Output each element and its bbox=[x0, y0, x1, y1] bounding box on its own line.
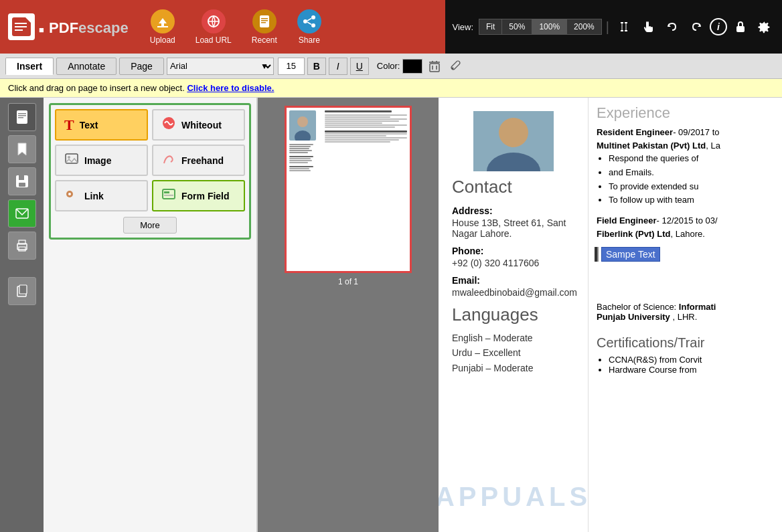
cert2: Hardware Course from bbox=[609, 365, 774, 375]
more-button[interactable]: More bbox=[123, 217, 177, 234]
svg-rect-40 bbox=[19, 285, 27, 294]
underline-button[interactable]: U bbox=[350, 58, 369, 75]
svg-rect-33 bbox=[19, 175, 24, 180]
tab-insert[interactable]: Insert bbox=[5, 58, 54, 75]
lang-section: Languages English – Moderate Urdu – Exce… bbox=[452, 304, 574, 375]
exp1-location: , La bbox=[706, 141, 720, 151]
exp1-company: Multinet Pakistan (Pvt) Ltd bbox=[597, 141, 706, 151]
share-label: Share bbox=[299, 35, 320, 45]
zoom-100-button[interactable]: 100% bbox=[532, 19, 567, 34]
exp2-title: Field Engineer bbox=[597, 215, 657, 226]
header: ■ PDFescape Upload Load URL Recent bbox=[0, 0, 782, 54]
exp1-bullet2: and Emails. bbox=[609, 166, 774, 180]
bold-button[interactable]: B bbox=[307, 58, 326, 75]
text-button[interactable]: T Text bbox=[55, 109, 148, 141]
left-sidebar bbox=[0, 98, 44, 532]
svg-point-49 bbox=[297, 116, 308, 127]
color-swatch[interactable] bbox=[402, 59, 422, 74]
svg-rect-46 bbox=[163, 189, 175, 199]
sidebar-save-button[interactable] bbox=[8, 167, 36, 195]
recent-icon bbox=[252, 9, 277, 33]
phone-value: +92 (0) 320 4117606 bbox=[452, 258, 574, 268]
svg-point-54 bbox=[499, 118, 528, 147]
svg-point-12 bbox=[311, 15, 315, 19]
formfield-button[interactable]: Form Field bbox=[152, 180, 245, 211]
link-button[interactable]: Link bbox=[55, 180, 148, 211]
zoom-group: Fit 50% 100% 200% bbox=[479, 19, 602, 35]
exp1-bullet1: Respond the queries of bbox=[609, 152, 774, 166]
redo-button[interactable] bbox=[686, 16, 707, 37]
tab-annotate[interactable]: Annotate bbox=[56, 58, 116, 75]
lang-english: English – Moderate bbox=[452, 331, 574, 345]
sidebar-copy-button[interactable] bbox=[8, 277, 36, 305]
cert-heading: Certifications/Trair bbox=[597, 335, 774, 351]
tab-page[interactable]: Page bbox=[119, 58, 164, 75]
insert-panel: T Text Whiteout Image bbox=[44, 98, 258, 532]
edu-uni: Punjab University , LHR. bbox=[597, 312, 774, 322]
sample-text-box[interactable]: Sampe Text bbox=[601, 247, 660, 262]
sidebar-bookmark-button[interactable] bbox=[8, 135, 36, 163]
view-label: View: bbox=[452, 22, 473, 32]
formfield-icon bbox=[161, 187, 176, 205]
settings-button[interactable] bbox=[754, 16, 775, 37]
svg-point-45 bbox=[68, 193, 71, 195]
image-button[interactable]: Image bbox=[55, 145, 148, 176]
exp1-bullet3: To provide extended su bbox=[609, 180, 774, 194]
delete-icon[interactable] bbox=[425, 58, 444, 75]
sidebar-email-button[interactable] bbox=[8, 199, 36, 228]
upload-label: Upload bbox=[150, 35, 175, 45]
lang-punjabi: Punjabi – Moderate bbox=[452, 361, 574, 375]
italic-button[interactable]: I bbox=[329, 58, 347, 75]
contact-section: Contact Address: House 13B, Street 61, S… bbox=[452, 177, 574, 298]
font-select[interactable]: Arial Times New Roman Helvetica bbox=[167, 58, 274, 75]
recent-button[interactable]: Recent bbox=[246, 7, 283, 48]
info-button[interactable]: i bbox=[710, 18, 727, 35]
svg-point-14 bbox=[303, 19, 307, 23]
share-button[interactable]: Share bbox=[292, 7, 327, 48]
link-label: Link bbox=[84, 191, 104, 201]
hand-icon[interactable] bbox=[637, 16, 659, 37]
notification-link[interactable]: Click here to disable. bbox=[187, 83, 274, 93]
text-icon: T bbox=[64, 116, 74, 134]
loadurl-button[interactable]: Load URL bbox=[190, 7, 237, 48]
svg-rect-31 bbox=[18, 117, 23, 118]
freehand-button[interactable]: Freehand bbox=[152, 145, 245, 176]
svg-point-50 bbox=[295, 130, 311, 141]
thumb-lines bbox=[289, 144, 323, 171]
text-label: Text bbox=[80, 120, 98, 130]
text-cursor-icon[interactable] bbox=[613, 16, 635, 37]
thumb-left bbox=[289, 110, 323, 268]
exp2-location: , Lahore. bbox=[671, 229, 705, 239]
exp2-date: - 12/2015 to 03/ bbox=[657, 215, 718, 226]
zoom-50-button[interactable]: 50% bbox=[502, 19, 532, 34]
font-size-input[interactable]: 15 bbox=[278, 58, 305, 75]
svg-rect-47 bbox=[164, 191, 169, 193]
svg-rect-30 bbox=[18, 115, 26, 116]
insert-grid: T Text Whiteout Image bbox=[55, 109, 245, 211]
svg-rect-48 bbox=[164, 195, 173, 196]
exp1-date: - 09/2017 to bbox=[673, 127, 719, 137]
zoom-200-button[interactable]: 200% bbox=[567, 19, 601, 34]
loadurl-label: Load URL bbox=[196, 35, 232, 45]
exp1-title: Resident Engineer bbox=[597, 127, 673, 137]
lang-urdu: Urdu – Excellent bbox=[452, 345, 574, 360]
svg-rect-21 bbox=[430, 64, 439, 72]
experience-heading: Experience bbox=[597, 104, 774, 122]
header-left: ■ PDFescape Upload Load URL Recent bbox=[0, 0, 445, 54]
undo-button[interactable] bbox=[661, 16, 683, 37]
color-label: Color: bbox=[377, 61, 400, 71]
thumbnail-frame[interactable] bbox=[285, 106, 412, 273]
whiteout-button[interactable]: Whiteout bbox=[152, 109, 245, 141]
freehand-icon bbox=[161, 151, 176, 169]
wrench-icon[interactable] bbox=[447, 58, 465, 75]
lock-button[interactable] bbox=[730, 16, 751, 37]
sidebar-print-button[interactable] bbox=[8, 232, 36, 260]
link-icon bbox=[64, 187, 79, 205]
upload-button[interactable]: Upload bbox=[145, 7, 181, 48]
zoom-fit-button[interactable]: Fit bbox=[479, 19, 502, 34]
cert1: CCNA(R&S) from Corvit bbox=[609, 355, 774, 365]
thumbnail-panel: 1 of 1 bbox=[258, 98, 439, 532]
sidebar-pages-button[interactable] bbox=[8, 103, 36, 131]
exp-entry-1: Resident Engineer- 09/2017 to Multinet P… bbox=[597, 126, 774, 207]
edu-detail: Bachelor of Science: Informati bbox=[597, 302, 774, 312]
